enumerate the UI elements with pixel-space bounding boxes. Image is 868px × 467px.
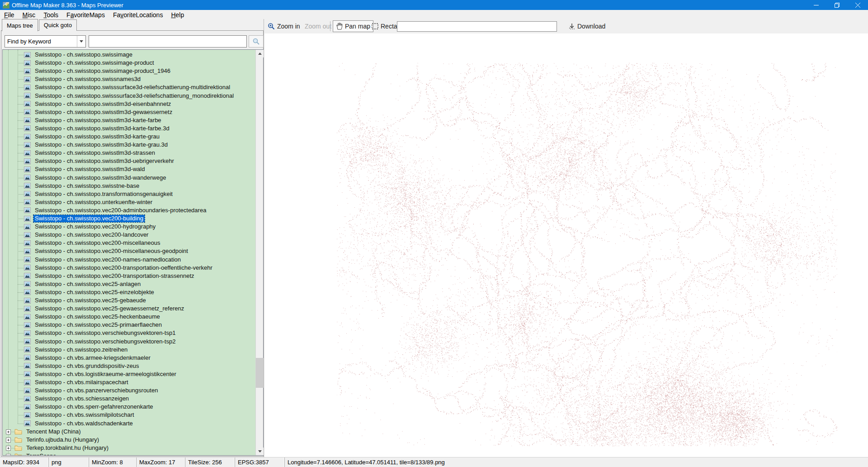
tree-item[interactable]: Swisstopo - ch.swisstopo.swisstlm3d-kart… [3, 124, 255, 133]
tree-item[interactable]: Swisstopo - ch.vbs.armee-kriegsdenkmaele… [3, 354, 255, 362]
tree-item-label[interactable]: Swisstopo - ch.swisstopo.vec200-miscella… [33, 248, 189, 255]
tab-quick-goto[interactable]: Quick goto [39, 19, 77, 31]
tree-item-label[interactable]: Swisstopo - ch.swisstopo.vec25-gewaesser… [33, 305, 185, 312]
tree-item[interactable]: Swisstopo - ch.swisstopo.swisssurface3d-… [3, 92, 255, 100]
tree-item[interactable]: Swisstopo - ch.swisstopo.swissnames3d [3, 75, 255, 83]
map-preview[interactable] [264, 33, 868, 457]
tree-item-label[interactable]: Swisstopo - ch.swisstopo.swisssurface3d-… [33, 92, 235, 100]
tree-item[interactable]: Swisstopo - ch.swisstopo.swisstlm3d-eise… [3, 100, 255, 108]
tree-item[interactable]: Swisstopo - ch.swisstopo.swisstlm3d-stra… [3, 149, 255, 157]
tree-item-label[interactable]: Swisstopo - ch.swisstopo.vec200-transpor… [33, 264, 214, 272]
tree-item[interactable]: Swisstopo - ch.swisstopo.vec200-miscella… [3, 247, 255, 255]
tree-folder-item[interactable]: Terkep.torokbalint.hu (Hungary) [3, 444, 255, 452]
tree-item[interactable]: Swisstopo - ch.swisstopo.zeitreihen [3, 346, 255, 354]
tree-item-label[interactable]: Swisstopo - ch.swisstopo.vec25-gebaeude [33, 297, 147, 304]
menu-help[interactable]: Help [167, 10, 188, 19]
tree-item-label[interactable]: Swisstopo - ch.swisstopo.swissimage [33, 51, 134, 58]
tree-item-label[interactable]: Swisstopo - ch.swisstopo.vec25-einzelobj… [33, 289, 156, 296]
tree-item-label[interactable]: Swisstopo - ch.swisstopo.swisstlm3d-kart… [33, 117, 163, 124]
tree-item-label[interactable]: Swisstopo - ch.swisstopo.swissimage-prod… [33, 67, 172, 75]
tree-item[interactable]: Swisstopo - ch.swisstopo.verschiebungsve… [3, 329, 255, 337]
expand-icon[interactable] [6, 454, 11, 455]
tree-item-label[interactable]: Swisstopo - ch.swisstopo.swissimage-prod… [33, 59, 156, 67]
tree-item[interactable]: Swisstopo - ch.swisstopo.vec200-landcove… [3, 231, 255, 239]
menu-misc[interactable]: Misc [19, 10, 40, 19]
menu-favoritemaps[interactable]: FavoriteMaps [62, 10, 109, 19]
tree-item[interactable]: Swisstopo - ch.swisstopo.vec200-transpor… [3, 264, 255, 272]
toolbar-input[interactable] [397, 21, 557, 32]
tree-folder-item[interactable]: TerraScope [3, 452, 255, 455]
tree-item[interactable]: Swisstopo - ch.swisstopo.vec200-hydrogra… [3, 223, 255, 231]
tree-item[interactable]: Swisstopo - ch.swisstopo.vec25-einzelobj… [3, 288, 255, 296]
tree-item[interactable]: Swisstopo - ch.swisstopo.swisstlm3d-kart… [3, 141, 255, 149]
tree-item[interactable]: Swisstopo - ch.swisstopo.vec200-names-na… [3, 256, 255, 264]
tree-item-label[interactable]: Swisstopo - ch.vbs.logistikraeume-armeel… [33, 371, 178, 378]
tree-item-label[interactable]: Swisstopo - ch.swisstopo.swisssurface3d-… [33, 84, 231, 91]
tree-item-label[interactable]: Swisstopo - ch.swisstopo.swissnames3d [33, 76, 142, 83]
tree-item[interactable]: Swisstopo - ch.swisstopo.vec25-primaerfl… [3, 321, 255, 329]
tree-item-label[interactable]: Swisstopo - ch.swisstopo.zeitreihen [33, 346, 129, 353]
tree-item[interactable]: Swisstopo - ch.swisstopo.transformations… [3, 190, 255, 198]
tree-item-label[interactable]: Swisstopo - ch.swisstopo.vec200-names-na… [33, 256, 182, 263]
tree-item-label[interactable]: Swisstopo - ch.swisstopo.swisstlm3d-wand… [33, 174, 167, 181]
tree-item[interactable]: Swisstopo - ch.swisstopo.vec25-gebaeude [3, 296, 255, 305]
download-button[interactable]: Download [566, 20, 608, 32]
tree-item-label-selected[interactable]: Swisstopo - ch.swisstopo.vec200-building [33, 215, 145, 222]
tree-item-label[interactable]: Swisstopo - ch.swisstopo.verschiebungsve… [33, 329, 177, 337]
tree-item-label[interactable]: Swisstopo - ch.swisstopo.vec200-hydrogra… [33, 223, 157, 230]
scroll-up-arrow[interactable] [256, 50, 264, 57]
tree-item-label[interactable]: Swisstopo - ch.vbs.grunddispositiv-zeus [33, 362, 141, 370]
tree-item[interactable]: Swisstopo - ch.swisstopo.verschiebungsve… [3, 338, 255, 346]
tree-item[interactable]: Swisstopo - ch.vbs.panzerverschiebungsro… [3, 386, 255, 395]
tree-item[interactable]: Swisstopo - ch.swisstopo.swisstlm3d-kart… [3, 116, 255, 124]
tree-folder-item[interactable]: Terinfo.ujbuda.hu (Hungary) [3, 436, 255, 444]
menu-tools[interactable]: Tools [39, 10, 62, 19]
tree-item[interactable]: Swisstopo - ch.swisstopo.swisstne-base [3, 182, 255, 190]
zoom-out-button[interactable]: Zoom out [302, 20, 334, 32]
tree-item[interactable]: Swisstopo - ch.vbs.waldschadenkarte [3, 419, 255, 428]
tree-item[interactable]: Swisstopo - ch.vbs.sperr-gefahrenzonenka… [3, 403, 255, 411]
tree-item[interactable]: Swisstopo - ch.vbs.milairspacechart [3, 378, 255, 386]
tree-item-label[interactable]: Swisstopo - ch.vbs.schiessanzeigen [33, 395, 130, 402]
tree-item[interactable]: Swisstopo - ch.swisstopo.swissimage-prod… [3, 59, 255, 67]
tree-item-label[interactable]: Swisstopo - ch.swisstopo.swisstlm3d-uebr… [33, 157, 175, 165]
find-mode-combobox[interactable]: Find by Keyword [5, 35, 86, 48]
tree-item-label[interactable]: Swisstopo - ch.swisstopo.swisstlm3d-eise… [33, 100, 172, 108]
map-preview-canvas[interactable] [337, 63, 837, 446]
tree-item-label[interactable]: Swisstopo - ch.vbs.armee-kriegsdenkmaele… [33, 354, 152, 362]
tree-item-label[interactable]: Swisstopo - ch.swisstopo.vec25-primaerfl… [33, 321, 163, 329]
pan-map-button[interactable]: Pan map [333, 20, 373, 32]
minimize-button[interactable] [806, 0, 826, 10]
tree-item-label[interactable]: Swisstopo - ch.swisstopo.vec25-heckenbae… [33, 313, 161, 320]
tree-item[interactable]: Swisstopo - ch.swisstopo.vec25-anlagen [3, 280, 255, 288]
menu-file[interactable]: File [0, 10, 19, 19]
tree-item-label[interactable]: Swisstopo - ch.swisstopo.swisstne-base [33, 182, 141, 190]
tree-item-label[interactable]: Swisstopo - ch.vbs.swissmilpilotschart [33, 411, 136, 419]
tree-item-label[interactable]: Swisstopo - ch.vbs.waldschadenkarte [33, 420, 134, 427]
tree-item-label[interactable]: Swisstopo - ch.vbs.panzerverschiebungsro… [33, 387, 159, 394]
zoom-in-button[interactable]: Zoom in [265, 20, 303, 32]
search-input[interactable] [89, 35, 247, 48]
tree-item-label[interactable]: Swisstopo - ch.swisstopo.transformations… [33, 191, 174, 198]
tree-item-label[interactable]: Swisstopo - ch.vbs.sperr-gefahrenzonenka… [33, 403, 155, 410]
tree-item[interactable]: Swisstopo - ch.swisstopo.swisstlm3d-wald [3, 165, 255, 173]
tree-item-label[interactable]: Swisstopo - ch.swisstopo.swisstlm3d-stra… [33, 149, 156, 157]
tree-item[interactable]: Swisstopo - ch.swisstopo.vec25-heckenbae… [3, 313, 255, 321]
close-button[interactable] [847, 0, 868, 10]
tree-item[interactable]: Swisstopo - ch.swisstopo.swisstlm3d-wand… [3, 174, 255, 182]
tree-item[interactable]: Swisstopo - ch.swisstopo.vec200-building [3, 214, 255, 223]
tree-item-label[interactable]: Swisstopo - ch.swisstopo.vec200-miscella… [33, 239, 161, 247]
tab-maps-tree[interactable]: Maps tree [2, 19, 38, 31]
expand-icon[interactable] [6, 446, 11, 451]
tree-item-label[interactable]: Swisstopo - ch.swisstopo.swisstlm3d-kart… [33, 141, 169, 148]
menu-favoritelocations[interactable]: FavoriteLocations [109, 10, 167, 19]
tree-item-label[interactable]: Swisstopo - ch.swisstopo.swisstlm3d-kart… [33, 133, 161, 140]
tree-item[interactable]: Swisstopo - ch.swisstopo.vec200-miscella… [3, 239, 255, 247]
tree-item[interactable]: Swisstopo - ch.vbs.grunddispositiv-zeus [3, 362, 255, 370]
scroll-down-arrow[interactable] [256, 448, 264, 455]
tree-item[interactable]: Swisstopo - ch.swisstopo.vec25-gewaesser… [3, 305, 255, 313]
tree-item-label[interactable]: Swisstopo - ch.swisstopo.swisstlm3d-gewa… [33, 109, 174, 116]
tree-item[interactable]: Swisstopo - ch.swisstopo.vec200-transpor… [3, 272, 255, 280]
tree-item[interactable]: Swisstopo - ch.swisstopo.vec200-adminbou… [3, 206, 255, 214]
vertical-scrollbar[interactable] [255, 50, 263, 455]
